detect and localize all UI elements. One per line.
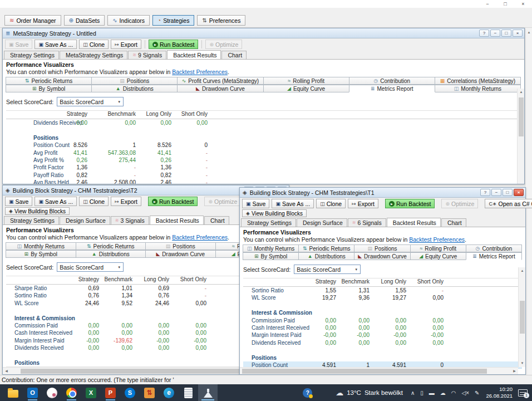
window-tab[interactable]: Backtest Results — [150, 216, 204, 224]
scorecard-select[interactable]: Basic ScoreCard ▼ — [294, 265, 361, 274]
backtest-preferences-link[interactable]: Backtest Preferences — [172, 234, 228, 241]
minimize-button[interactable]: − — [490, 30, 500, 37]
app-toolbar-button[interactable]: ⇅ Preferences — [197, 15, 245, 26]
maximize-button[interactable]: □ — [501, 30, 511, 37]
scrollbar-thumb[interactable] — [519, 97, 524, 136]
app-close-button[interactable]: × — [514, 0, 532, 8]
clock[interactable]: 10:20 26.08.2021 — [486, 386, 513, 400]
table-row[interactable]: Interest & Commission — [243, 309, 522, 316]
table-row[interactable]: Avg Bars Held 2,46 2.508,00 2,46 - — [6, 179, 521, 184]
table-row[interactable]: WL Score 19,27 9,36 19,27 0,00 — [243, 294, 522, 301]
taskbar-icon[interactable] — [140, 384, 159, 401]
taskbar-icon[interactable] — [179, 384, 198, 401]
visualizer-tab[interactable]: ▤ Positions — [91, 77, 178, 85]
tray-icon[interactable]: ✎ — [475, 390, 479, 396]
taskbar-icon[interactable] — [42, 384, 62, 401]
tray-icon[interactable]: ∧ — [411, 390, 415, 396]
visualizer-tab[interactable]: ◣ Drawdown Curve — [354, 252, 410, 260]
visualizer-tab[interactable]: ◷ Contribution — [466, 244, 522, 252]
visualizer-tab[interactable]: ∿ Profit Curves (MetaStrategy) — [177, 77, 263, 85]
scroll-right-icon[interactable]: ▶ — [511, 368, 518, 374]
export-button[interactable]: ↦Export — [111, 197, 141, 206]
table-row[interactable]: Positions — [6, 134, 521, 141]
visualizer-tab[interactable]: ≈ Rolling Profit — [263, 77, 349, 85]
table-row[interactable]: Commission Paid 0,00 0,00 0,00 0,00 — [243, 317, 522, 324]
table-row[interactable] — [243, 346, 522, 354]
visualizer-tab[interactable]: ⊞ By Symbol — [243, 252, 299, 260]
visualizer-tab[interactable]: ▤ Positions — [145, 242, 216, 250]
save-button[interactable]: ▣Save — [5, 40, 32, 49]
visualizer-tab[interactable]: ▲ Distributions — [76, 250, 146, 258]
backtest-preferences-link[interactable]: Backtest Preferences — [409, 236, 465, 243]
run-backtest-button[interactable]: ▶Run Backtest — [149, 40, 198, 49]
window-tab[interactable]: Strategy Settings — [4, 216, 59, 224]
help-button[interactable]: ? — [480, 189, 490, 196]
minimize-button[interactable]: − — [491, 189, 501, 196]
help-button[interactable]: ? — [479, 30, 489, 37]
window-tab[interactable]: Design Surface — [297, 218, 347, 227]
scroll-up-icon[interactable]: ▲ — [518, 89, 524, 96]
app-titlebar[interactable]: − □ × — [0, 0, 532, 8]
table-row[interactable]: Position Count 8.526 1 8.526 0 — [6, 141, 521, 149]
visualizer-tab[interactable]: ◷ Contribution — [349, 77, 435, 85]
app-toolbar-button[interactable]: ≋ Order Manager — [4, 15, 61, 26]
optimize-button[interactable]: ⊛Optimize — [205, 40, 242, 49]
close-button[interactable]: × — [514, 189, 524, 196]
save-as-button[interactable]: ▣Save As ... — [272, 199, 314, 208]
tray-icon[interactable]: ▯ — [420, 390, 423, 396]
export-button[interactable]: ↦Export — [348, 199, 378, 208]
weather-widget[interactable]: ☁ 13°C Stark bewölkt — [336, 388, 403, 397]
taskbar-icon[interactable] — [3, 384, 23, 401]
app-toolbar-button[interactable]: ◔ Strategies — [152, 15, 194, 26]
window-titlebar[interactable]: ◈ Building Block Strategy - CHM Teststra… — [240, 188, 525, 198]
clone-button[interactable]: ◫Clone — [316, 199, 346, 208]
maximize-button[interactable]: □ — [503, 189, 513, 196]
vertical-scrollbar[interactable]: ▲ — [517, 89, 524, 184]
window-tab[interactable]: Strategy Settings — [241, 218, 296, 227]
window-tab[interactable]: Chart — [221, 51, 247, 59]
app-maximize-button[interactable]: □ — [496, 0, 514, 8]
backtest-preferences-link[interactable]: Backtest Preferences — [172, 69, 228, 75]
open-as-code-button[interactable]: C∗Open as C# Coded Strategy — [485, 199, 532, 208]
table-row[interactable]: Payoff Ratio 0,82 - 0,82 - — [6, 172, 521, 179]
app-minimize-button[interactable]: − — [479, 0, 496, 8]
save-button[interactable]: ▣Save — [242, 199, 269, 208]
optimize-button[interactable]: ⊛Optimize — [204, 197, 241, 206]
taskbar-icon[interactable] — [198, 384, 218, 401]
taskbar-icon[interactable] — [159, 384, 179, 401]
window-tab[interactable]: Backtest Results — [167, 50, 221, 59]
taskbar-icon[interactable] — [23, 384, 42, 401]
table-row[interactable]: Positions — [243, 354, 522, 361]
taskbar-icon[interactable] — [62, 384, 81, 401]
window-tab[interactable]: Chart — [204, 216, 229, 224]
scroll-up-icon[interactable]: ▲ — [525, 29, 532, 36]
visualizer-tab[interactable]: ≣ Metrics Report — [349, 85, 435, 92]
notification-center-icon[interactable]: 1 — [518, 389, 528, 397]
scroll-left-icon[interactable]: ◀ — [3, 368, 10, 374]
window-tab[interactable]: Design Surface — [60, 216, 110, 224]
table-row[interactable] — [6, 126, 521, 134]
visualizer-tab[interactable]: ▲ Distributions — [298, 252, 354, 260]
view-building-blocks-button[interactable]: ◈View Building Blocks — [242, 209, 307, 217]
visualizer-tab[interactable]: ⊞ By Symbol — [6, 250, 76, 258]
window-tab[interactable]: MetaStrategy Settings — [60, 51, 127, 59]
visualizer-tab[interactable]: ◫ Monthly Returns — [6, 242, 76, 250]
table-row[interactable]: Profit Factor 1,36 - 1,36 - — [6, 164, 521, 171]
tray-icon[interactable]: ◁× — [462, 390, 470, 396]
table-row[interactable]: Dividends Received 0,00 0,00 0,00 0,00 — [243, 339, 522, 346]
visualizer-tab[interactable]: ≈ Rolling Profit — [410, 244, 466, 252]
tray-icon[interactable]: ▬ — [429, 390, 435, 396]
window-tab[interactable]: ≋ 6 Signals — [348, 218, 386, 227]
scrollbar-thumb[interactable] — [520, 301, 525, 334]
visualizer-tab[interactable]: ⊞ By Symbol — [6, 85, 92, 92]
visualizer-tab[interactable]: ◢ Equity Curve — [410, 252, 466, 260]
save-as-button[interactable]: ▣Save As ... — [35, 40, 77, 49]
visualizer-tab[interactable]: ◣ Drawdown Curve — [177, 85, 263, 92]
taskbar-icon[interactable] — [101, 384, 120, 401]
visualizer-tab[interactable]: ▤ Positions — [354, 244, 410, 252]
app-toolbar-button[interactable]: ∿ Indicators — [107, 15, 150, 26]
window-titlebar[interactable]: ≣ MetaStrategy Strategy - Untitled ? − □… — [3, 28, 524, 38]
table-row[interactable]: Sortino Ratio 1,55 1,31 1,55 - — [243, 287, 522, 294]
table-row[interactable]: Cash Interest Received 0,00 0,00 0,00 0,… — [243, 324, 522, 331]
visualizer-tab[interactable]: ◫ Monthly Returns — [243, 244, 299, 252]
